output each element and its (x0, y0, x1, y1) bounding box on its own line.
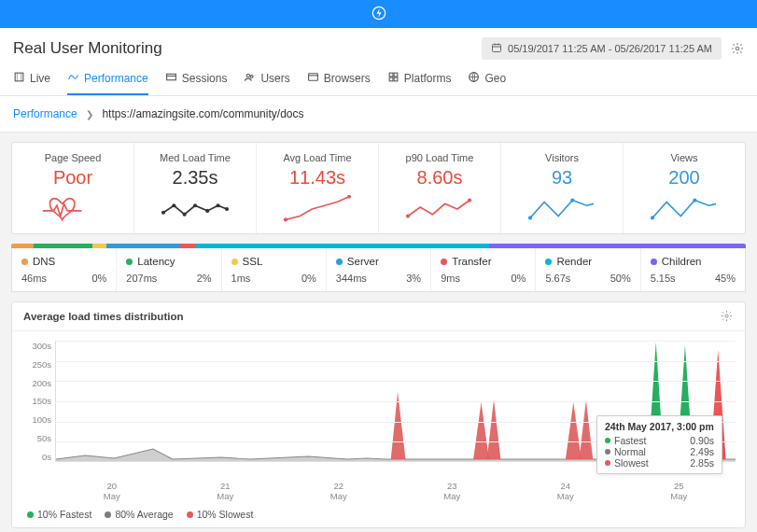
metric-label: Avg Load Time (260, 152, 374, 163)
dot-icon (605, 438, 610, 443)
x-tick: 25May (623, 481, 736, 501)
metrics-row: Page Speed Poor Med Load Time 2.35s Avg … (11, 142, 746, 234)
tab-label: Performance (84, 72, 148, 85)
metric-label: p90 Load Time (383, 152, 497, 163)
y-tick: 150s (21, 396, 51, 406)
settings-gear-icon[interactable] (731, 42, 744, 55)
dot-icon (605, 460, 610, 466)
timing-cell: Children 5.15s45% (641, 248, 745, 291)
svg-point-10 (251, 76, 254, 78)
timing-name: Latency (137, 256, 175, 267)
metric-sparkline (383, 192, 497, 226)
metric-sparkline (627, 192, 741, 226)
metric-sparkline (138, 192, 252, 226)
metric-label: Med Load Time (138, 152, 252, 163)
svg-point-31 (651, 216, 654, 219)
chart-legend: 10% Fastest80% Average10% Slowest (21, 501, 736, 524)
metric-value: 2.35s (138, 167, 252, 189)
svg-point-5 (736, 47, 739, 50)
sessions-icon (165, 71, 177, 86)
platforms-icon (387, 71, 400, 86)
top-brand-bar (0, 0, 757, 28)
timing-ms: 344ms (336, 273, 367, 284)
dot-icon (336, 259, 343, 265)
timing-cell: SSL 1ms0% (222, 248, 327, 291)
metric-value: 93 (505, 167, 619, 189)
svg-point-32 (693, 198, 696, 202)
y-tick: 300s (21, 341, 51, 351)
tab-browsers[interactable]: Browsers (307, 65, 371, 95)
tab-sessions[interactable]: Sessions (165, 65, 228, 95)
timing-pct: 0% (512, 273, 526, 284)
y-tick: 100s (21, 414, 51, 425)
users-icon (244, 71, 256, 86)
x-tick: 20May (55, 481, 169, 501)
svg-point-25 (284, 217, 287, 221)
metric-card: Med Load Time 2.35s (134, 143, 257, 233)
svg-point-20 (183, 213, 187, 217)
dot-icon (187, 511, 193, 518)
legend-item: 10% Slowest (187, 509, 254, 520)
tooltip-row: Slowest2.85s (605, 457, 714, 469)
timing-row: DNS 46ms0% Latency 207ms2% SSL 1ms0% Ser… (11, 248, 746, 292)
x-tick: 21May (169, 481, 283, 501)
tab-label: Users (260, 72, 289, 85)
timing-ms: 1ms (231, 273, 251, 284)
tab-performance[interactable]: Performance (67, 65, 148, 95)
browsers-icon (307, 71, 319, 86)
date-range-picker[interactable]: 05/19/2017 11:25 AM - 05/26/2017 11:25 A… (482, 37, 722, 60)
timing-panel: DNS 46ms0% Latency 207ms2% SSL 1ms0% Ser… (11, 244, 746, 292)
nav-tabs: LivePerformanceSessionsUsersBrowsersPlat… (0, 65, 757, 96)
breadcrumb-root[interactable]: Performance (13, 107, 77, 120)
dot-icon (545, 259, 552, 265)
svg-rect-11 (308, 74, 317, 81)
timing-name: Server (347, 256, 379, 267)
tab-geo[interactable]: Geo (468, 65, 506, 95)
dot-icon (441, 259, 447, 265)
x-tick: 24May (509, 481, 623, 501)
svg-point-21 (193, 203, 197, 207)
tab-platforms[interactable]: Platforms (387, 65, 452, 95)
metric-sparkline (260, 192, 374, 226)
svg-point-30 (570, 198, 574, 202)
metric-label: Page Speed (16, 152, 130, 163)
x-tick: 23May (396, 481, 510, 501)
breadcrumb-path: https://amazingsite.com/community/docs (102, 107, 303, 120)
legend-item: 10% Fastest (27, 509, 91, 520)
timing-name: SSL (243, 256, 263, 267)
x-tick: 22May (282, 481, 396, 501)
timing-cell: Transfer 9ms0% (431, 248, 536, 291)
chart-tooltip: 24th May 2017, 3:00 pm Fastest0.90sNorma… (596, 415, 722, 474)
performance-icon (67, 71, 79, 86)
timing-pct: 2% (197, 273, 212, 284)
timing-ms: 5.15s (651, 273, 676, 284)
timing-cell: DNS 46ms0% (12, 248, 117, 291)
chart-y-axis: 300s250s200s150s100s50s0s (21, 341, 51, 462)
tab-label: Geo (484, 72, 506, 85)
chevron-right-icon: ❯ (86, 109, 93, 119)
tooltip-row: Normal2.49s (605, 446, 714, 457)
legend-item: 80% Average (105, 509, 173, 520)
bolt-icon (371, 6, 386, 23)
svg-point-23 (216, 203, 219, 207)
timing-ms: 46ms (21, 273, 47, 284)
y-tick: 200s (21, 378, 51, 388)
timing-cell: Render 5.67s50% (536, 248, 640, 291)
svg-point-24 (225, 207, 229, 211)
metric-value: 11.43s (260, 167, 374, 189)
metric-card: Visitors 93 (501, 143, 624, 233)
svg-point-28 (468, 198, 471, 202)
svg-point-26 (347, 195, 351, 199)
dot-icon (605, 449, 610, 455)
metric-value: Poor (16, 167, 130, 189)
tooltip-title: 24th May 2017, 3:00 pm (605, 421, 714, 432)
page-title: Real User Monitoring (13, 39, 162, 58)
page-header: Real User Monitoring 05/19/2017 11:25 AM… (0, 28, 757, 65)
metric-sparkline (16, 192, 130, 226)
metric-card: Views 200 (624, 143, 745, 233)
tab-users[interactable]: Users (244, 65, 289, 95)
tab-live[interactable]: Live (13, 65, 50, 95)
svg-rect-14 (394, 73, 398, 77)
chart-x-axis: 20May21May22May23May24May25May (55, 481, 736, 501)
chart-settings-gear-icon[interactable] (721, 310, 734, 323)
